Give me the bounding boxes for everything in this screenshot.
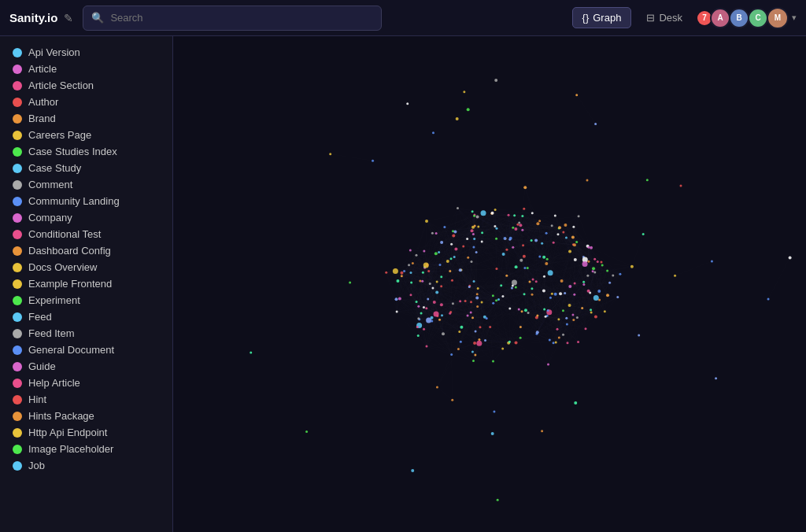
legend-label: Job	[28, 460, 45, 471]
legend-item[interactable]: Job	[0, 457, 172, 474]
legend-label: Author	[28, 96, 58, 108]
legend-item[interactable]: Community Landing	[0, 193, 172, 209]
legend-item[interactable]: Docs Overview	[0, 259, 172, 275]
legend-label: Help Article	[28, 377, 80, 389]
legend-dot	[13, 279, 22, 289]
legend-label: Comment	[28, 179, 72, 190]
legend-item[interactable]: Image Placeholder	[0, 441, 172, 457]
legend-dot	[13, 164, 22, 173]
legend-dot	[13, 263, 22, 272]
legend-item[interactable]: Http Api Endpoint	[0, 424, 172, 441]
legend-dot	[13, 114, 22, 124]
legend-item[interactable]: Comment	[0, 176, 172, 193]
legend-label: Experiment	[28, 294, 80, 306]
legend-label: Image Placeholder	[28, 443, 113, 455]
graph-canvas	[173, 36, 806, 532]
legend-item[interactable]: Help Article	[0, 375, 172, 391]
legend-label: Api Version	[28, 46, 80, 58]
legend-dot	[13, 312, 22, 322]
legend-label: General Document	[28, 344, 114, 356]
legend-dot	[13, 428, 22, 438]
legend-dot	[13, 345, 22, 355]
legend-item[interactable]: Author	[0, 94, 172, 110]
legend-label: Case Studies Index	[28, 146, 117, 157]
user-area[interactable]: 7 A B C M ▾	[697, 7, 797, 29]
graph-button[interactable]: {} Graph	[572, 7, 632, 28]
legend-dot	[13, 197, 22, 206]
legend-dot	[13, 180, 22, 190]
legend-item[interactable]: Brand	[0, 110, 172, 127]
edit-icon[interactable]: ✎	[64, 12, 73, 24]
header: Sanity.io ✎ 🔍 {} Graph ⊟ Desk 7 A B C M …	[0, 0, 806, 36]
graph-curly-icon: {}	[582, 12, 590, 24]
legend-item[interactable]: Guide	[0, 358, 172, 375]
search-input[interactable]	[110, 12, 373, 24]
legend-label: Conditional Test	[28, 228, 101, 240]
legend-item[interactable]: Article	[0, 61, 172, 77]
legend-item[interactable]: Hints Package	[0, 408, 172, 424]
desk-label: Desk	[659, 12, 682, 24]
legend-label: Community Landing	[28, 195, 120, 207]
legend-label: Feed Item	[28, 327, 75, 339]
search-bar[interactable]: 🔍	[83, 6, 382, 31]
legend-item[interactable]: Feed	[0, 308, 172, 325]
nav-buttons: {} Graph ⊟ Desk 7 A B C M ▾	[572, 7, 797, 29]
legend-item[interactable]: Case Studies Index	[0, 143, 172, 160]
legend-dot	[13, 65, 22, 74]
legend-label: Docs Overview	[28, 261, 97, 273]
legend-item[interactable]: Conditional Test	[0, 226, 172, 242]
legend-item[interactable]: General Document	[0, 342, 172, 358]
legend-dot	[13, 98, 22, 107]
legend-dot	[13, 395, 22, 405]
legend-dot	[13, 445, 22, 454]
legend-dot	[13, 412, 22, 421]
legend-item[interactable]: Experiment	[0, 292, 172, 308]
legend-item[interactable]: Case Study	[0, 160, 172, 176]
legend-item[interactable]: Example Frontend	[0, 275, 172, 292]
graph-label: Graph	[593, 12, 621, 24]
legend-label: Article	[28, 63, 57, 75]
legend-item[interactable]: Dashboard Config	[0, 242, 172, 259]
legend-label: Brand	[28, 113, 56, 124]
legend-item[interactable]: Feed Item	[0, 325, 172, 342]
legend-label: Hint	[28, 393, 46, 405]
chevron-down-icon[interactable]: ▾	[792, 13, 797, 23]
legend-dot	[13, 48, 22, 57]
legend-label: Careers Page	[28, 129, 91, 141]
legend-dot	[13, 147, 22, 157]
legend-label: Dashboard Config	[28, 245, 111, 257]
legend-dot	[13, 131, 22, 140]
desk-button[interactable]: ⊟ Desk	[636, 7, 693, 28]
legend-label: Guide	[28, 360, 56, 372]
legend-label: Http Api Endpoint	[28, 427, 107, 438]
legend-dot	[13, 362, 22, 371]
legend-label: Hints Package	[28, 410, 94, 422]
legend-label: Case Study	[28, 162, 81, 174]
legend-item[interactable]: Hint	[0, 391, 172, 408]
avatar-main: M	[767, 7, 789, 29]
legend-item[interactable]: Api Version	[0, 44, 172, 61]
avatar: C	[748, 8, 768, 28]
legend-label: Company	[28, 212, 72, 224]
legend-dot	[13, 461, 22, 471]
logo-area: Sanity.io ✎	[9, 11, 73, 24]
legend-dot	[13, 329, 22, 338]
sidebar: Api Version Article Article Section Auth…	[0, 36, 173, 532]
avatar: A	[710, 8, 730, 28]
desk-icon: ⊟	[646, 12, 655, 24]
legend-item[interactable]: Careers Page	[0, 127, 172, 143]
legend-label: Feed	[28, 311, 52, 323]
main: Api Version Article Article Section Auth…	[0, 36, 806, 532]
legend-dot	[13, 379, 22, 388]
legend-dot	[13, 81, 22, 91]
legend-dot	[13, 246, 22, 256]
logo: Sanity.io	[9, 11, 57, 24]
legend-dot	[13, 296, 22, 305]
legend-dot	[13, 213, 22, 223]
graph-area[interactable]	[173, 36, 806, 532]
legend-label: Example Frontend	[28, 278, 112, 290]
legend-item[interactable]: Article Section	[0, 77, 172, 94]
legend-dot	[13, 230, 22, 239]
legend-item[interactable]: Company	[0, 209, 172, 226]
search-icon: 🔍	[91, 12, 104, 24]
